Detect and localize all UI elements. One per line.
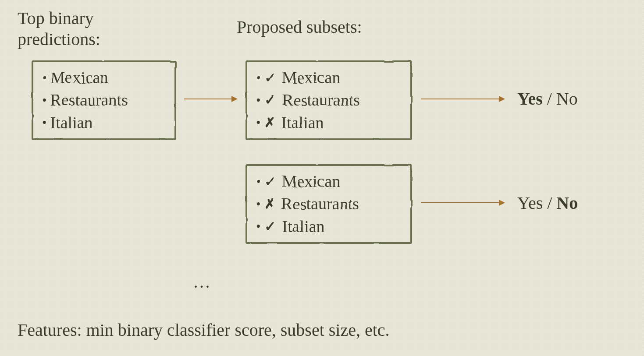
list-item: •✗Italian [256,112,402,134]
footer-text: Features: min binary classifier score, s… [18,320,390,340]
ellipsis: … [193,271,210,292]
arrow-icon [421,202,504,203]
subset-label: Restaurants [281,193,359,215]
prediction-label: Restaurants [50,89,128,111]
bullet-icon: • [42,92,47,109]
decision-1: Yes / No [517,88,578,109]
list-item: •✓Mexican [256,170,402,193]
subset-label: Italian [282,215,325,238]
bullet-icon: • [42,69,47,87]
list-item: •✗Restaurants [256,193,402,215]
box-predictions: •Mexican •Restaurants •Italian [32,60,176,140]
bullet-icon: • [256,195,261,213]
prediction-label: Italian [50,112,93,134]
bullet-icon: • [256,173,261,190]
bullet-icon: • [256,218,261,236]
check-icon: ✓ [264,217,276,236]
heading-left-line2: predictions: [18,29,100,50]
subset-label: Mexican [282,170,341,193]
list-item: •✓Restaurants [256,89,402,111]
box-subset-1: •✓Mexican •✓Restaurants •✗Italian [246,60,412,140]
decision-no: No [556,89,578,109]
list-item: •Italian [42,112,166,134]
arrow-icon [184,99,237,99]
bullet-icon: • [42,114,47,132]
list-item: •✓Mexican [256,67,402,89]
cross-icon: ✗ [264,195,275,213]
decision-separator: / [543,193,556,213]
decision-no: No [556,193,578,213]
heading-left-line1: Top binary [18,8,100,29]
cross-icon: ✗ [264,114,275,132]
check-icon: ✓ [264,172,276,191]
prediction-label: Mexican [50,67,109,89]
subset-label: Mexican [282,67,341,89]
decision-2: Yes / No [517,193,578,213]
decision-separator: / [543,89,556,109]
list-item: •Restaurants [42,89,166,111]
check-icon: ✓ [264,91,276,109]
decision-yes: Yes [517,193,543,213]
heading-proposed-subsets: Proposed subsets: [237,17,362,38]
subset-label: Restaurants [282,89,360,111]
box-subset-2: •✓Mexican •✗Restaurants •✓Italian [246,164,412,244]
check-icon: ✓ [264,68,276,87]
subset-label: Italian [281,112,324,134]
heading-top-binary: Top binary predictions: [18,8,100,50]
list-item: •✓Italian [256,215,402,238]
bullet-icon: • [256,69,261,87]
list-item: •Mexican [42,67,166,89]
bullet-icon: • [256,114,261,132]
decision-yes: Yes [517,89,543,109]
bullet-icon: • [256,92,261,109]
arrow-icon [421,99,504,99]
